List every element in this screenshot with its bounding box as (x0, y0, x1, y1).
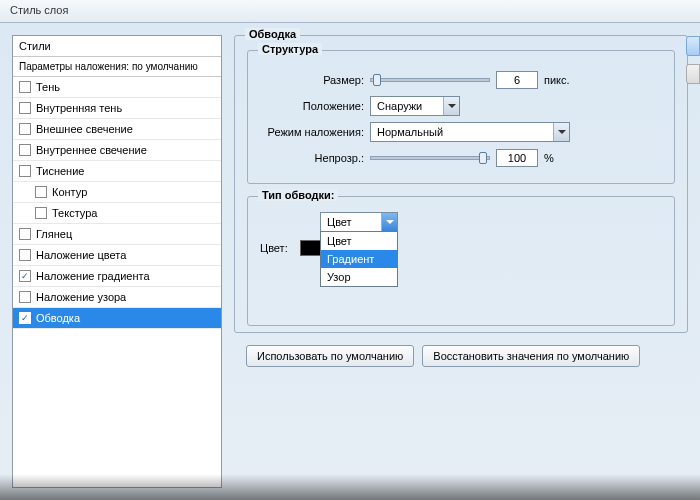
size-label: Размер: (260, 74, 370, 86)
side-button-1[interactable] (686, 36, 700, 56)
style-item-label: Тень (36, 81, 60, 93)
structure-legend: Структура (258, 43, 322, 55)
checkbox-icon[interactable]: ✓ (19, 270, 31, 282)
style-item[interactable]: Наложение узора (13, 287, 221, 308)
size-input[interactable] (496, 71, 538, 89)
fill-type-legend: Тип обводки: (258, 189, 338, 201)
dropdown-option[interactable]: Цвет (321, 232, 397, 250)
style-item[interactable]: Тиснение (13, 161, 221, 182)
checkbox-icon[interactable] (35, 186, 47, 198)
styles-header: Стили (13, 36, 221, 57)
style-item-label: Наложение градиента (36, 270, 150, 282)
style-item-label: Внутренняя тень (36, 102, 122, 114)
reset-default-button[interactable]: Восстановить значения по умолчанию (422, 345, 640, 367)
chevron-down-icon (553, 123, 569, 141)
position-value: Снаружи (371, 100, 443, 112)
style-item-label: Наложение цвета (36, 249, 126, 261)
checkbox-icon[interactable] (19, 102, 31, 114)
styles-list-panel: Стили Параметры наложения: по умолчанию … (12, 35, 222, 488)
size-unit: пикс. (544, 74, 570, 86)
style-item-label: Наложение узора (36, 291, 126, 303)
checkbox-icon[interactable] (19, 291, 31, 303)
style-item[interactable]: Внешнее свечение (13, 119, 221, 140)
dropdown-option[interactable]: Узор (321, 268, 397, 286)
size-slider[interactable] (370, 78, 490, 82)
window-title: Стиль слоя (10, 4, 68, 16)
style-item[interactable]: ✓Обводка (13, 308, 221, 329)
style-item-label: Тиснение (36, 165, 84, 177)
fill-type-dropdown: ЦветГрадиентУзор (320, 231, 398, 287)
blending-options-row[interactable]: Параметры наложения: по умолчанию (13, 57, 221, 77)
position-combo[interactable]: Снаружи (370, 96, 460, 116)
checkbox-icon[interactable]: ✓ (19, 312, 31, 324)
blend-mode-combo[interactable]: Нормальный (370, 122, 570, 142)
style-item-label: Внешнее свечение (36, 123, 133, 135)
side-button-2[interactable] (686, 64, 700, 84)
checkbox-icon[interactable] (19, 144, 31, 156)
style-item[interactable]: Наложение цвета (13, 245, 221, 266)
checkbox-icon[interactable] (19, 228, 31, 240)
checkbox-icon[interactable] (19, 81, 31, 93)
checkbox-icon[interactable] (19, 123, 31, 135)
bottom-shadow (0, 474, 700, 500)
style-item-label: Контур (52, 186, 87, 198)
opacity-unit: % (544, 152, 554, 164)
checkbox-icon[interactable] (35, 207, 47, 219)
style-item[interactable]: ✓Наложение градиента (13, 266, 221, 287)
color-label: Цвет: (260, 242, 300, 254)
style-item[interactable]: Внутреннее свечение (13, 140, 221, 161)
style-item[interactable]: Контур (13, 182, 221, 203)
chevron-down-icon (443, 97, 459, 115)
style-item-label: Внутреннее свечение (36, 144, 147, 156)
opacity-slider[interactable] (370, 156, 490, 160)
use-default-button[interactable]: Использовать по умолчанию (246, 345, 414, 367)
blend-mode-label: Режим наложения: (260, 126, 370, 138)
opacity-input[interactable] (496, 149, 538, 167)
dropdown-option[interactable]: Градиент (321, 250, 397, 268)
chevron-down-icon (381, 213, 397, 231)
fill-type-combo[interactable]: Цвет ЦветГрадиентУзор (320, 212, 398, 232)
stroke-settings-panel: Обводка Структура Размер: пикс. Положени… (234, 35, 688, 488)
style-item[interactable]: Глянец (13, 224, 221, 245)
fill-type-fieldset: Тип обводки: Цвет ЦветГрадиентУзор Цвет: (247, 196, 675, 326)
stroke-fieldset: Обводка Структура Размер: пикс. Положени… (234, 35, 688, 333)
opacity-label: Непрозр.: (260, 152, 370, 164)
style-item[interactable]: Тень (13, 77, 221, 98)
checkbox-icon[interactable] (19, 249, 31, 261)
style-item-label: Обводка (36, 312, 80, 324)
style-item-label: Глянец (36, 228, 72, 240)
checkbox-icon[interactable] (19, 165, 31, 177)
blend-mode-value: Нормальный (371, 126, 553, 138)
position-label: Положение: (260, 100, 370, 112)
style-item[interactable]: Внутренняя тень (13, 98, 221, 119)
structure-fieldset: Структура Размер: пикс. Положение: Снару… (247, 50, 675, 184)
fill-type-value: Цвет (321, 216, 381, 228)
stroke-legend: Обводка (245, 28, 300, 40)
style-item[interactable]: Текстура (13, 203, 221, 224)
style-item-label: Текстура (52, 207, 97, 219)
window-titlebar: Стиль слоя (0, 0, 700, 23)
